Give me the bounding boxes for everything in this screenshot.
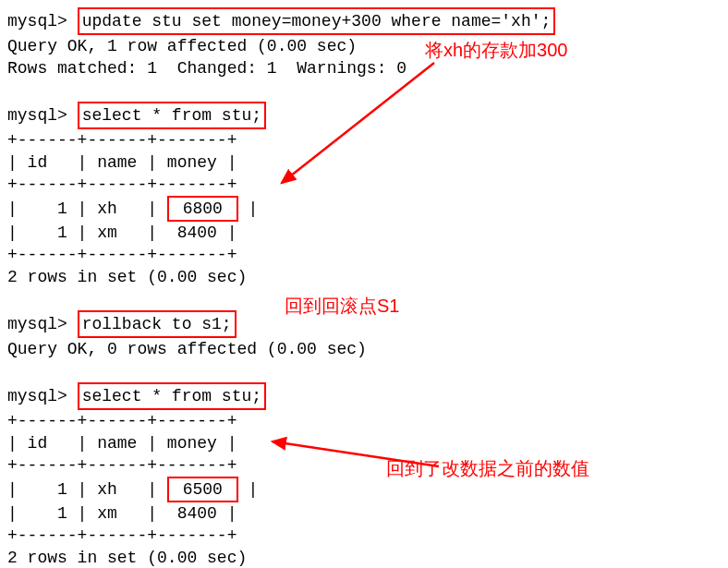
- table-row: | 1 | xm | 8400 |: [7, 222, 721, 244]
- rows-matched-line: Rows matched: 1 Changed: 1 Warnings: 0: [7, 57, 721, 79]
- sql-update-command: update stu set money=money+300 where nam…: [78, 7, 556, 35]
- table-border: +------+------+-------+: [7, 454, 721, 477]
- table-header: | id | name | money |: [7, 151, 721, 174]
- mysql-prompt: mysql>: [7, 106, 67, 125]
- terminal-output: mysql> update stu set money=money+300 wh…: [7, 7, 721, 568]
- sql-select-command-1: select * from stu;: [78, 102, 266, 129]
- table-border: +------+------+-------+: [7, 129, 721, 151]
- table-row: | 1 | xm | 8400 |: [7, 502, 721, 525]
- table-row: | 1 | xh | 6800 |: [7, 196, 721, 222]
- table-border: +------+------+-------+: [7, 525, 721, 547]
- annotation-rollback-s1: 回到回滚点S1: [285, 295, 399, 317]
- annotation-add-300: 将xh的存款加300: [425, 39, 568, 61]
- table-header: | id | name | money |: [7, 432, 721, 454]
- result-footer: 2 rows in set (0.00 sec): [7, 266, 721, 288]
- query-ok-line: Query OK, 0 rows affected (0.00 sec): [7, 338, 721, 360]
- highlighted-value-6800: 6800: [167, 196, 238, 222]
- result-footer: 2 rows in set (0.00 sec): [7, 547, 721, 568]
- sql-select-command-2: select * from stu;: [78, 382, 266, 410]
- table-row: | 1 | xh | 6500 |: [7, 477, 721, 502]
- mysql-prompt: mysql>: [7, 12, 67, 30]
- table-border: +------+------+-------+: [7, 174, 721, 196]
- mysql-prompt: mysql>: [7, 315, 67, 333]
- annotation-value-restored: 回到了改数据之前的数值: [386, 457, 589, 479]
- mysql-prompt: mysql>: [7, 387, 67, 405]
- highlighted-value-6500: 6500: [167, 477, 238, 502]
- table-border: +------+------+-------+: [7, 410, 721, 432]
- query-ok-line: Query OK, 1 row affected (0.00 sec): [7, 35, 721, 57]
- sql-rollback-command: rollback to s1;: [78, 310, 237, 338]
- table-border: +------+------+-------+: [7, 244, 721, 266]
